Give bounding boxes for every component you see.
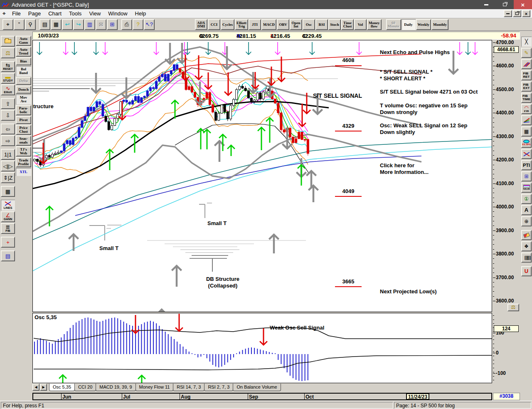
- arrow-down-icon[interactable]: ⇩: [1, 110, 15, 121]
- sidebar-study-bol-band[interactable]: Bol Band: [16, 66, 31, 76]
- pin-icon[interactable]: ⌖: [2, 19, 13, 30]
- restore-button[interactable]: [495, 0, 514, 9]
- study-button-adx-dmi[interactable]: ADX DMI: [195, 19, 207, 30]
- menu-help[interactable]: Help: [131, 10, 150, 17]
- study-button-rsi[interactable]: RSI: [315, 19, 328, 30]
- sidebar-study-auto-trend[interactable]: Auto Trend: [16, 47, 31, 57]
- gann-icon[interactable]: ∠GANN: [1, 211, 15, 222]
- value-lens-icon[interactable]: ①: [521, 194, 532, 204]
- study-button-vol[interactable]: Vol: [354, 19, 367, 30]
- sidebar-study-seas--onals[interactable]: Seas- onals: [16, 136, 31, 146]
- sidebar-study-tj-s-web[interactable]: TJ's Web: [16, 146, 31, 156]
- expand-icon[interactable]: ❖: [521, 241, 532, 251]
- sidebar-study-delta[interactable]: Delta: [16, 77, 31, 85]
- tab-cci-20[interactable]: CCI 20: [74, 384, 96, 391]
- fan-lines-icon[interactable]: [521, 115, 532, 125]
- compress-vertical-icon[interactable]: ⇕|Z: [1, 172, 15, 183]
- scales-icon[interactable]: ⚖: [1, 47, 15, 58]
- notes-icon[interactable]: ▤▤: [521, 253, 532, 263]
- mdi-minimize-button[interactable]: [504, 10, 512, 17]
- pencil-icon[interactable]: ✎: [521, 48, 532, 58]
- tab-money-flow-11[interactable]: Money Flow 11: [135, 384, 174, 391]
- sidebar-study-auto-gann[interactable]: Auto Gann: [16, 36, 31, 46]
- close-button[interactable]: ×: [514, 0, 532, 9]
- open-folder-icon[interactable]: [1, 36, 15, 47]
- study-button-macd[interactable]: MACD: [261, 19, 276, 30]
- table-icon[interactable]: ⊞: [521, 171, 532, 181]
- grid-color-icon[interactable]: ⊞: [107, 19, 118, 30]
- sidebar-study-bias[interactable]: Bias: [16, 57, 31, 65]
- study-button-cci[interactable]: CCI: [208, 19, 220, 30]
- axis-scales-button[interactable]: ⚖: [507, 304, 519, 311]
- menu-window[interactable]: Window: [104, 10, 131, 17]
- expand-horizontal-icon[interactable]: ◁|▷: [1, 161, 15, 171]
- fib-arc-icon[interactable]: ◠FIB: [521, 104, 532, 114]
- tab-osc-5-35[interactable]: Osc 5,35: [49, 384, 75, 391]
- period-button-daily[interactable]: Daily: [401, 19, 416, 30]
- tab-scroll-right[interactable]: ▶: [40, 384, 47, 391]
- mdi-close-button[interactable]: ×: [522, 10, 530, 17]
- context-help-icon[interactable]: ↖?: [144, 19, 155, 30]
- study-icon[interactable]: ▬STUDY: [1, 73, 15, 84]
- lines-icon[interactable]: LINES: [1, 200, 15, 211]
- forward-icon[interactable]: ↪: [73, 19, 84, 30]
- properties-icon[interactable]: ▤: [1, 250, 15, 261]
- tab-macd-19--39--9[interactable]: MACD 19, 39, 9: [96, 384, 135, 391]
- tab-rsi-2--7--3[interactable]: RSI 2, 7, 3: [204, 384, 233, 391]
- reset-icon[interactable]: ⇆RESET: [1, 61, 15, 72]
- study-button-obv[interactable]: OBV: [277, 19, 289, 30]
- click-more-label[interactable]: Click here for More Information...: [380, 162, 429, 176]
- study-button-money-flow[interactable]: Money flow: [367, 19, 382, 30]
- menu-tools[interactable]: Tools: [65, 10, 85, 17]
- fib-extension-button[interactable]: FIB EXT: [521, 82, 532, 92]
- menu-page[interactable]: Page: [25, 10, 44, 17]
- chart-window-icon[interactable]: ⌖: [2, 10, 6, 17]
- fib-retrace-button[interactable]: FIB RET: [521, 70, 532, 80]
- text-tool-icon[interactable]: A: [521, 205, 532, 215]
- search-icon[interactable]: ⚲: [25, 19, 36, 30]
- study-button-stoch[interactable]: Stoch: [328, 19, 341, 30]
- period-button-monthly[interactable]: Monthly: [431, 19, 448, 30]
- sidebar-study-xtl[interactable]: XTL: [16, 168, 31, 176]
- help-icon[interactable]: ?: [133, 19, 143, 30]
- mdi-restore-button[interactable]: [513, 10, 521, 17]
- pti-button[interactable]: PTI: [521, 160, 532, 170]
- back-icon[interactable]: ↩: [62, 19, 73, 30]
- tab-on-balance-volume[interactable]: On Balance Volume: [233, 384, 281, 391]
- page-setup-icon[interactable]: ▥: [84, 19, 95, 30]
- menu-file[interactable]: File: [8, 10, 25, 17]
- menu-chart[interactable]: Chart: [44, 10, 65, 17]
- crossed-lines-icon[interactable]: [521, 149, 532, 159]
- period-button-60-minute[interactable]: 60 Minute: [386, 19, 401, 30]
- save-icon[interactable]: ▦: [51, 19, 62, 30]
- study-button-elliott-trig[interactable]: Elliott Trig: [235, 19, 248, 30]
- study-button-time-clust[interactable]: Time Clust: [341, 19, 354, 30]
- tab-scroll-left[interactable]: ◀: [32, 384, 39, 391]
- zoom-icon[interactable]: ⊕: [521, 216, 532, 226]
- eraser-icon[interactable]: [521, 230, 532, 240]
- ellipse-icon[interactable]: ELIPS: [521, 138, 532, 148]
- fib-time-button[interactable]: FIB TIME: [521, 93, 532, 103]
- menu-view[interactable]: View: [85, 10, 104, 17]
- arrow-right-icon[interactable]: ⇨: [1, 135, 15, 146]
- delete-x-icon[interactable]: ╳: [521, 37, 532, 47]
- study-button-osc[interactable]: Osc: [303, 19, 315, 30]
- print-icon[interactable]: ⎙: [121, 19, 132, 30]
- new-chart-icon[interactable]: ▤: [39, 19, 50, 30]
- sidebar-study-price-clust[interactable]: Price Clust: [16, 125, 31, 135]
- dot-grid-icon[interactable]: ▦: [1, 186, 15, 197]
- bar-spacing-icon[interactable]: 1|1: [1, 149, 15, 160]
- sidebar-study-mov-ave[interactable]: Mov Ave: [16, 94, 31, 104]
- arrow-left-icon[interactable]: ⇦: [1, 124, 15, 134]
- sidebar-study-para--bolic[interactable]: Para- bolic: [16, 105, 31, 115]
- period-button-weekly[interactable]: Weekly: [416, 19, 431, 30]
- crosshair-icon[interactable]: +: [1, 237, 15, 248]
- trendlines-icon[interactable]: [521, 59, 532, 69]
- arrow-up-icon[interactable]: ⇧: [1, 98, 15, 109]
- mob-icon[interactable]: MOB: [521, 183, 532, 193]
- magnet-u-icon[interactable]: U: [521, 266, 532, 276]
- sidebar-study-donch[interactable]: Donch: [16, 86, 31, 94]
- quotes-icon[interactable]: ”: [14, 19, 25, 30]
- fib-icon[interactable]: ≣FIB: [1, 223, 15, 234]
- minimize-button[interactable]: [477, 0, 495, 9]
